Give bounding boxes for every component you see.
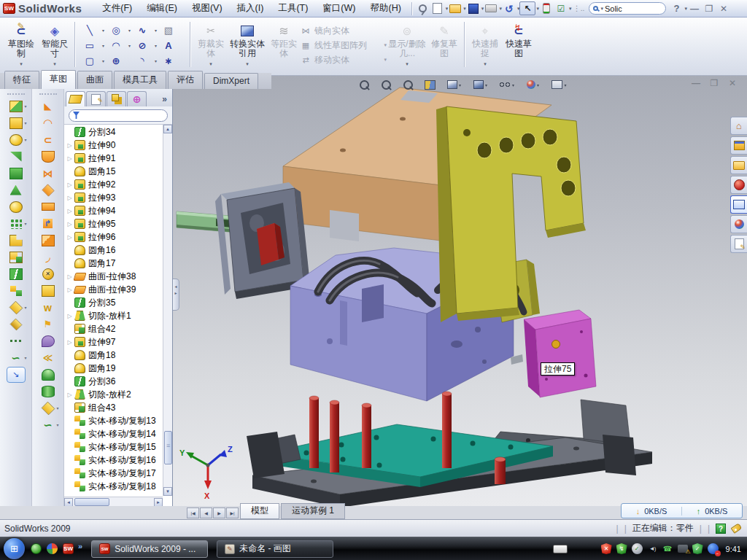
insert-part-icon[interactable] — [5, 299, 27, 316]
expand-arrow-icon[interactable] — [66, 195, 74, 201]
dome-icon[interactable] — [37, 366, 59, 383]
quicklaunch-chevron[interactable]: » — [78, 542, 82, 551]
toolbox-icon[interactable] — [730, 176, 747, 194]
expand-arrow-icon[interactable] — [66, 182, 74, 188]
tree-item[interactable]: 圆角18 — [66, 349, 162, 362]
mirror-entities-button[interactable]: 镜向实体 — [301, 23, 387, 38]
tree-item[interactable]: 拉伸91 — [66, 152, 162, 165]
sketch-button[interactable]: 草图绘制 ▾ — [4, 20, 38, 69]
command-tab[interactable]: 评估 — [168, 71, 203, 89]
repair-sketch-button[interactable]: 修复草图 — [427, 20, 461, 58]
scroll-left-button[interactable]: ◄ — [64, 498, 73, 506]
tree-item[interactable]: 拉伸96 — [66, 230, 162, 244]
wrap-icon[interactable] — [5, 198, 27, 215]
addin-overflow-icon[interactable]: ⋮.. — [571, 1, 586, 15]
extrude-cut-icon[interactable] — [5, 114, 27, 131]
model-tab[interactable]: 运动算例 1 — [281, 503, 345, 519]
select-box-icon[interactable] — [159, 23, 178, 38]
live-icon[interactable] — [47, 543, 58, 554]
panel-splitter-handle[interactable]: ◂▸ — [173, 279, 179, 311]
taskbar-clock[interactable]: 9:41 — [726, 545, 741, 553]
tree-item[interactable]: 曲面-拉伸38 — [66, 270, 162, 283]
delete-face-icon[interactable] — [37, 265, 59, 282]
freeform-icon[interactable] — [37, 316, 59, 332]
smart-dimension-button[interactable]: 智能尺寸 ▾ — [38, 20, 71, 69]
messenger-icon[interactable] — [31, 543, 42, 554]
pin-toolbar-icon[interactable] — [416, 1, 430, 15]
tree-item[interactable]: 分割35 — [66, 296, 162, 309]
expand-arrow-icon[interactable] — [66, 142, 74, 149]
sheet-nav-button[interactable]: ▶| — [226, 508, 239, 518]
menu-item[interactable]: 编辑(E) — [139, 0, 185, 17]
design-library-icon[interactable] — [730, 136, 747, 155]
circle-icon[interactable] — [107, 23, 125, 38]
menu-item[interactable]: 视图(V) — [185, 0, 230, 17]
zoom-fit-icon[interactable] — [355, 77, 374, 92]
comm-icon[interactable] — [662, 543, 673, 554]
command-tab[interactable]: 特征 — [4, 71, 39, 89]
file-explorer-icon[interactable] — [730, 156, 747, 174]
model-3d[interactable]: Y Z X — [173, 76, 747, 506]
window-close-button[interactable]: ✕ — [716, 4, 731, 14]
panel-overflow-chevron[interactable]: » — [158, 94, 171, 106]
scroll-thumb[interactable] — [164, 431, 172, 464]
window-restore-button[interactable]: ❐ — [702, 4, 716, 14]
display-delete-relations-button[interactable]: 显示/删除几... ▾ — [387, 20, 427, 69]
menu-item[interactable]: 插入(I) — [230, 0, 271, 17]
undo-button[interactable]: ↺ — [502, 1, 516, 15]
lofted-surface-icon[interactable] — [37, 148, 59, 165]
security-alert-icon[interactable] — [601, 543, 612, 554]
tree-filter-input[interactable] — [69, 109, 168, 122]
doc-minimize-button[interactable]: — — [690, 78, 702, 88]
sketch-fillet-icon[interactable] — [133, 53, 152, 69]
zoom-area-icon[interactable] — [377, 77, 395, 92]
volume-icon[interactable] — [647, 543, 658, 554]
property-manager-icon[interactable] — [86, 91, 106, 106]
tags-icon[interactable] — [731, 523, 743, 534]
tree-item[interactable]: 圆角15 — [66, 165, 162, 178]
start-button[interactable] — [4, 538, 25, 559]
pattern-icon[interactable] — [5, 215, 27, 232]
ruled-surface-icon[interactable] — [37, 299, 59, 316]
split-feature-icon[interactable] — [5, 265, 27, 282]
menu-item[interactable]: 工具(T) — [271, 0, 315, 17]
line-icon[interactable] — [80, 23, 99, 38]
point-icon[interactable] — [159, 53, 178, 69]
tree-item[interactable]: 拉伸93 — [66, 191, 162, 204]
thicken-icon[interactable] — [37, 232, 59, 249]
tree-item[interactable]: 实体-移动/复制17 — [66, 467, 162, 480]
expand-arrow-icon[interactable] — [66, 234, 74, 241]
rebuild-icon[interactable] — [539, 1, 554, 15]
chamfer-icon[interactable] — [5, 148, 27, 165]
doc-close-button[interactable]: ✕ — [727, 78, 738, 88]
model-tab[interactable]: 模型 — [240, 503, 279, 519]
print-button[interactable] — [484, 1, 498, 15]
tree-item[interactable]: 实体-移动/复制15 — [66, 440, 162, 454]
view-settings-icon[interactable] — [548, 77, 570, 92]
offset-surface-icon[interactable] — [37, 182, 59, 198]
save-button[interactable] — [466, 1, 481, 15]
mid-surface-icon[interactable] — [37, 349, 59, 366]
quick-tips-icon[interactable]: ? — [716, 524, 726, 534]
help-button[interactable]: ? — [669, 1, 684, 15]
planar-surface-icon[interactable] — [37, 198, 59, 215]
tree-item[interactable]: 圆角19 — [66, 362, 162, 375]
search-input[interactable]: ▾ Solic — [589, 2, 666, 15]
command-tab[interactable]: 模具工具 — [114, 71, 166, 89]
tree-item[interactable]: 实体-移动/复制18 — [66, 480, 162, 493]
hide-show-items-icon[interactable] — [495, 77, 518, 92]
section-view-icon[interactable] — [421, 77, 439, 92]
tree-item[interactable]: 切除-放样2 — [66, 388, 162, 401]
quick-snaps-button[interactable]: 快速捕捉 ▾ — [468, 20, 502, 69]
expand-arrow-icon[interactable] — [66, 339, 74, 346]
taskbar-window-button[interactable]: 未命名 - 画图 — [217, 540, 333, 558]
tree-item[interactable]: 分割36 — [66, 375, 162, 388]
options-button[interactable]: ☑ — [554, 1, 568, 15]
tree-item[interactable]: 拉伸94 — [66, 204, 162, 217]
sheet-nav-button[interactable]: ▶ — [213, 508, 225, 518]
elbow-surface-icon[interactable] — [37, 249, 59, 265]
tree-horizontal-scrollbar[interactable]: ◄ ► — [64, 497, 163, 506]
new-document-button[interactable] — [430, 1, 445, 15]
text-icon[interactable] — [159, 38, 178, 53]
expand-arrow-icon[interactable] — [66, 273, 74, 280]
